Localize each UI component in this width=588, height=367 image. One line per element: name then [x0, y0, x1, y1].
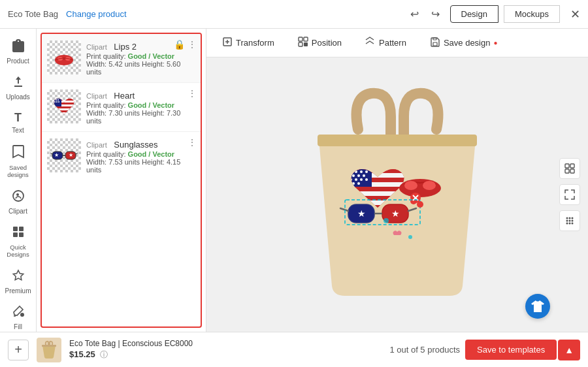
- svg-point-81: [572, 217, 574, 219]
- layer-dims-sunglasses: Width: 7.53 units Height: 4.15 units: [86, 158, 195, 174]
- add-button[interactable]: +: [8, 340, 29, 360]
- save-design-button[interactable]: Save design ●: [425, 34, 503, 52]
- layer-quality-sunglasses: Print quality: Good / Vector: [86, 150, 195, 158]
- canvas-content[interactable]: ★ ★: [206, 57, 588, 332]
- breadcrumb-product: Eco Tote Bag: [8, 9, 58, 19]
- layer-thumb-sunglasses: ★ ★: [47, 138, 81, 172]
- layer-actions-sunglasses: ⋮: [188, 137, 197, 148]
- layer-item-lips[interactable]: Clipart Lips 2 Print quality: Good / Vec…: [42, 34, 201, 83]
- save-to-templates-button[interactable]: Save to templates: [465, 340, 557, 360]
- svg-point-86: [569, 223, 571, 225]
- more-icon-heart[interactable]: ⋮: [188, 88, 197, 99]
- more-icon-lips[interactable]: ⋮: [188, 39, 197, 50]
- position-icon: [298, 37, 308, 49]
- product-thumbnail: [37, 338, 61, 362]
- save-design-label: Save design: [444, 38, 491, 48]
- layer-actions-heart: ⋮: [188, 88, 197, 99]
- svg-rect-37: [433, 42, 437, 46]
- saved-icon: [12, 144, 24, 162]
- transform-button[interactable]: Transform: [217, 34, 280, 52]
- svg-rect-76: [570, 164, 574, 168]
- svg-rect-17: [52, 112, 76, 114]
- svg-point-54: [357, 174, 360, 177]
- layer-item-heart[interactable]: Clipart Heart Print quality: Good / Vect…: [42, 83, 201, 132]
- svg-rect-39: [318, 135, 477, 146]
- svg-rect-33: [299, 37, 302, 41]
- product-count: 1 out of 5 products: [389, 345, 460, 355]
- close-button[interactable]: ✕: [570, 7, 580, 22]
- sidebar-item-clipart[interactable]: Clipart: [0, 184, 36, 220]
- text-icon: T: [14, 111, 22, 125]
- svg-text:★: ★: [357, 208, 366, 219]
- sidebar-item-product[interactable]: Product: [0, 34, 36, 70]
- sidebar-fill-label: Fill: [14, 323, 22, 330]
- layer-quality-lips: Print quality: Good / Vector: [86, 52, 195, 60]
- premium-icon: [12, 269, 25, 285]
- layer-quality-heart: Print quality: Good / Vector: [86, 101, 195, 109]
- sidebar-text-label: Text: [12, 127, 24, 134]
- svg-point-57: [355, 178, 357, 181]
- dots-grid-button[interactable]: [559, 210, 580, 231]
- save-design-icon: [430, 37, 440, 49]
- pattern-label: Pattern: [379, 38, 406, 48]
- pattern-button[interactable]: Pattern: [360, 34, 412, 52]
- sidebar-item-premium[interactable]: Premium: [0, 264, 36, 300]
- design-tab[interactable]: Design: [450, 5, 498, 23]
- redo-button[interactable]: ↪: [427, 5, 445, 24]
- sidebar-item-text[interactable]: T Text: [0, 106, 36, 139]
- svg-text:★: ★: [69, 152, 73, 158]
- save-templates-dropdown-button[interactable]: ▲: [558, 340, 580, 360]
- lock-icon-lips[interactable]: 🔒: [174, 39, 185, 50]
- svg-rect-1: [13, 227, 18, 231]
- svg-rect-15: [52, 108, 76, 110]
- layer-item-sunglasses[interactable]: ★ ★ Clipart Sunglasses Print quality: Go…: [42, 132, 201, 180]
- sidebar-item-quick-designs[interactable]: Quick Designs: [0, 220, 36, 264]
- svg-point-59: [365, 178, 368, 181]
- more-icon-sunglasses[interactable]: ⋮: [188, 137, 197, 148]
- svg-line-28: [50, 153, 52, 154]
- svg-point-68: [423, 181, 436, 190]
- product-icon: [11, 39, 25, 56]
- layer-dims-lips: Width: 5.42 units Height: 5.60 units: [86, 60, 195, 76]
- svg-point-0: [13, 191, 24, 201]
- layers-list: Clipart Lips 2 Print quality: Good / Vec…: [41, 33, 202, 328]
- svg-rect-2: [19, 227, 24, 231]
- undo-redo-group: ↩ ↪: [406, 5, 445, 24]
- position-button[interactable]: Position: [293, 34, 347, 52]
- svg-rect-35: [299, 42, 302, 46]
- sidebar-item-fill[interactable]: Fill: [0, 300, 36, 332]
- canvas-right-tools: [559, 158, 580, 231]
- svg-point-71: [408, 235, 412, 239]
- floating-shirt-button[interactable]: [525, 294, 550, 319]
- price-info-icon[interactable]: ⓘ: [100, 350, 108, 359]
- svg-rect-36: [304, 42, 308, 46]
- layer-name-lips: Lips 2: [114, 42, 137, 52]
- sidebar-clipart-label: Clipart: [8, 208, 27, 215]
- product-price-row: $15.25 ⓘ: [69, 348, 382, 360]
- svg-text:★: ★: [391, 208, 400, 219]
- layer-name-sunglasses: Sunglasses: [114, 140, 157, 150]
- mockups-tab[interactable]: Mockups: [504, 5, 560, 23]
- layer-info-heart: Clipart Heart Print quality: Good / Vect…: [86, 89, 195, 125]
- transform-label: Transform: [236, 38, 274, 48]
- product-price: $15.25: [69, 349, 95, 359]
- fill-icon: [12, 305, 25, 321]
- svg-point-80: [569, 217, 571, 219]
- svg-line-29: [76, 153, 78, 154]
- svg-rect-34: [304, 37, 308, 41]
- undo-button[interactable]: ↩: [406, 5, 424, 24]
- product-info: Eco Tote Bag | Econscious EC8000 $15.25 …: [69, 339, 382, 360]
- layer-name-heart: Heart: [114, 91, 135, 101]
- sidebar-item-saved[interactable]: Saved designs: [0, 139, 36, 184]
- expand-button[interactable]: [559, 184, 580, 205]
- grid-view-button[interactable]: [559, 158, 580, 179]
- svg-rect-78: [570, 169, 574, 173]
- layer-thumb-heart: [47, 89, 81, 123]
- svg-rect-16: [52, 110, 76, 112]
- pattern-icon: [365, 37, 376, 49]
- quick-designs-icon: [12, 225, 25, 242]
- sidebar-item-uploads[interactable]: Uploads: [0, 70, 36, 106]
- change-product-link[interactable]: Change product: [66, 9, 127, 19]
- svg-point-55: [363, 174, 365, 177]
- svg-rect-38: [433, 38, 436, 40]
